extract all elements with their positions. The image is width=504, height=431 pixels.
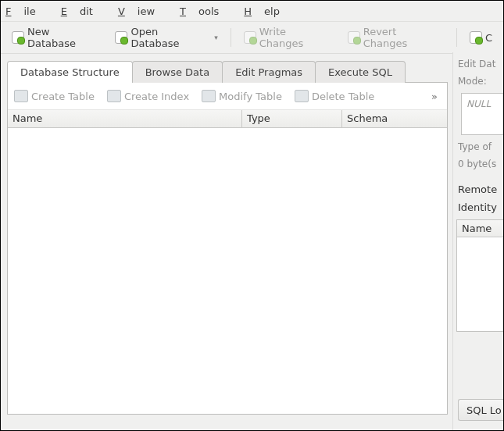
side-label-type: Type of (453, 138, 504, 155)
label: Modify Table (219, 91, 282, 102)
delete-icon (295, 90, 309, 102)
modify-icon (202, 90, 216, 102)
side-heading-edit: Edit Dat (453, 55, 504, 73)
open-database-icon (115, 31, 127, 44)
column-header-schema[interactable]: Schema (342, 110, 447, 127)
side-label-mode: Mode: (453, 73, 504, 90)
label: Delete Table (312, 91, 374, 102)
menu-help[interactable]: Help (244, 5, 292, 17)
toolbar-label: Write Changes (259, 26, 334, 49)
main-area: Database Structure Browse Data Edit Prag… (1, 52, 452, 430)
write-changes-icon (244, 31, 256, 44)
revert-changes-icon (348, 31, 360, 44)
new-database-icon (12, 31, 24, 44)
index-icon (107, 90, 121, 102)
menu-file[interactable]: File (5, 5, 48, 17)
tab-panel: Create Table Create Index Modify Table D… (7, 82, 448, 415)
structure-tree[interactable]: Name Type Schema (8, 110, 447, 414)
open-database-button[interactable]: Open Database ▾ (110, 23, 222, 52)
tree-body-empty (8, 128, 447, 414)
menu-edit[interactable]: Edit (61, 5, 105, 17)
label: Create Table (31, 91, 95, 102)
menubar: File Edit View Tools Help (1, 1, 503, 22)
tab-database-structure[interactable]: Database Structure (7, 61, 133, 83)
table-icon (14, 90, 28, 102)
side-label-size: 0 byte(s (453, 155, 504, 173)
side-heading-remote: Remote (458, 183, 497, 195)
truncated-toolbar-button[interactable]: C (465, 28, 497, 47)
main-toolbar: New Database Open Database ▾ Write Chang… (1, 22, 503, 54)
project-icon (470, 31, 482, 44)
column-header-name[interactable]: Name (8, 110, 242, 127)
cell-editor[interactable]: NULL (461, 93, 504, 135)
column-headers: Name Type Schema (8, 110, 447, 128)
write-changes-button: Write Changes (239, 23, 338, 52)
tab-browse-data[interactable]: Browse Data (132, 61, 223, 83)
tab-edit-pragmas[interactable]: Edit Pragmas (222, 61, 316, 83)
side-label-identity: Identity (458, 201, 497, 213)
delete-table-button: Delete Table (295, 90, 374, 102)
chevron-down-icon[interactable]: ▾ (214, 34, 218, 41)
toolbar-label: C (485, 32, 492, 44)
column-header-name[interactable]: Name (457, 220, 504, 237)
side-panel: Edit Dat Mode: NULL Type of 0 byte(s Rem… (452, 52, 504, 430)
create-index-button: Create Index (107, 90, 189, 102)
tab-execute-sql[interactable]: Execute SQL (315, 61, 406, 83)
modify-table-button: Modify Table (202, 90, 282, 102)
new-database-button[interactable]: New Database (7, 23, 105, 52)
remote-list[interactable]: Name (456, 219, 504, 332)
sql-log-button[interactable]: SQL Lo (458, 399, 504, 421)
remote-list-body (457, 237, 504, 331)
overflow-button[interactable]: » (428, 91, 441, 102)
toolbar-label: Open Database (130, 26, 209, 49)
toolbar-label: Revert Changes (363, 26, 444, 49)
structure-toolbar: Create Table Create Index Modify Table D… (8, 83, 447, 110)
create-table-button: Create Table (14, 90, 95, 102)
separator (456, 28, 457, 47)
tab-bar: Database Structure Browse Data Edit Prag… (7, 60, 448, 82)
revert-changes-button: Revert Changes (343, 23, 449, 52)
column-header-type[interactable]: Type (242, 110, 342, 127)
menu-tools[interactable]: Tools (180, 5, 231, 17)
menu-view[interactable]: View (118, 5, 167, 17)
separator (231, 28, 231, 47)
toolbar-label: New Database (27, 26, 101, 49)
label: Create Index (124, 91, 189, 102)
